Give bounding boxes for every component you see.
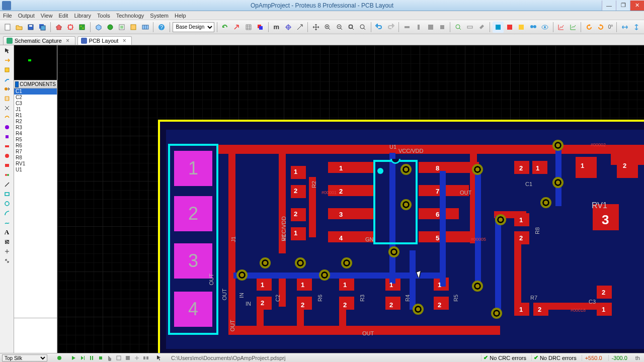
track-tool[interactable] <box>2 75 13 84</box>
snap-icon[interactable] <box>294 22 305 33</box>
new-icon[interactable] <box>2 22 13 33</box>
zone-tool[interactable] <box>2 94 13 103</box>
zoom-area-icon[interactable] <box>358 22 368 33</box>
menu-system[interactable]: System <box>150 13 169 19</box>
smd-pad-tool[interactable] <box>2 142 13 151</box>
component-item[interactable]: C1 <box>14 88 57 95</box>
package-tool[interactable] <box>2 65 13 74</box>
hammer-icon[interactable] <box>476 22 487 33</box>
pan-icon[interactable] <box>310 22 321 33</box>
component-item[interactable]: R5 <box>14 137 57 143</box>
grid-icon[interactable] <box>243 22 254 33</box>
maximize-button[interactable]: ❐ <box>616 1 630 11</box>
component-item[interactable]: R7 <box>14 149 57 155</box>
menu-technology[interactable]: Technology <box>116 13 144 19</box>
origin-icon[interactable] <box>283 22 293 33</box>
overview-map[interactable] <box>14 45 57 80</box>
align-icon-1[interactable] <box>401 22 412 33</box>
dimension-tool[interactable] <box>2 256 13 265</box>
component-item[interactable]: R1 <box>14 113 57 119</box>
rot-cw-icon[interactable] <box>595 22 606 33</box>
undo-icon[interactable] <box>374 22 384 33</box>
play-icon[interactable] <box>69 354 77 361</box>
pcb-icon[interactable] <box>77 22 88 33</box>
disc-tool[interactable] <box>2 151 13 160</box>
align-icon-4[interactable] <box>437 22 447 33</box>
schematic-icon[interactable] <box>65 22 75 33</box>
menu-view[interactable]: View <box>41 13 53 19</box>
ratsnest-tool[interactable] <box>2 104 13 113</box>
arrow-icon[interactable] <box>231 22 242 33</box>
drc-icon[interactable] <box>493 22 503 33</box>
loop-icon[interactable] <box>115 354 123 361</box>
component-item[interactable]: RV1 <box>14 161 57 167</box>
gerber-icon[interactable] <box>105 22 115 33</box>
component-item[interactable]: R8 <box>14 155 57 161</box>
align-icon-2[interactable] <box>414 22 424 33</box>
step-icon[interactable] <box>78 354 87 361</box>
circle2-tool[interactable] <box>2 199 13 208</box>
refresh-icon[interactable] <box>220 22 230 33</box>
flip-h-icon[interactable] <box>619 22 630 33</box>
minimize-button[interactable]: — <box>602 1 616 11</box>
metric-button[interactable]: m <box>271 22 282 33</box>
bom-icon[interactable] <box>116 22 127 33</box>
opt-red-icon[interactable] <box>505 22 515 33</box>
component-item[interactable]: R4 <box>14 131 57 137</box>
zoom-fit-icon[interactable] <box>346 22 356 33</box>
opt-yel-icon[interactable] <box>516 22 527 33</box>
symbol-tool[interactable]: S <box>2 237 13 246</box>
component-item[interactable]: J1 <box>14 107 57 113</box>
tab-pcb-layout[interactable]: PCB Layout× <box>77 36 132 45</box>
auto-tool[interactable] <box>2 113 13 122</box>
pcb-canvas[interactable]: 1234RV1U1VCC/VDDC1R7R8C2R1R2R3R4R5R6C3J1… <box>57 45 644 353</box>
component-item[interactable]: C3 <box>14 101 57 107</box>
component-tool[interactable] <box>2 56 13 65</box>
eye-icon[interactable] <box>539 22 550 33</box>
poly-tool[interactable] <box>2 170 13 179</box>
align-icon-3[interactable] <box>425 22 436 33</box>
zoom-out-icon[interactable] <box>334 22 345 33</box>
line-tool[interactable] <box>2 180 13 189</box>
square-pad-tool[interactable] <box>2 132 13 141</box>
menu-help[interactable]: Help <box>175 13 186 19</box>
marker-tool[interactable] <box>2 247 13 256</box>
open-icon[interactable] <box>14 22 24 33</box>
tab-schematic-capture[interactable]: Schematic Capture× <box>3 36 75 45</box>
home-icon[interactable] <box>53 22 64 33</box>
measure-icon[interactable] <box>465 22 475 33</box>
close-button[interactable]: ✕ <box>630 1 644 11</box>
menu-edit[interactable]: Edit <box>58 13 68 19</box>
circle-pad-tool[interactable] <box>2 123 13 132</box>
select-tool[interactable] <box>2 46 13 55</box>
component-item[interactable]: R6 <box>14 143 57 149</box>
text-tool[interactable]: A <box>2 228 13 237</box>
redo-icon[interactable] <box>385 22 396 33</box>
save-icon[interactable] <box>26 22 36 33</box>
panel-icon[interactable] <box>140 22 150 33</box>
arc-tool[interactable] <box>2 209 13 218</box>
3d-icon[interactable] <box>93 22 104 33</box>
library-icon[interactable] <box>128 22 139 33</box>
help-icon[interactable]: ? <box>156 22 167 33</box>
hand-icon[interactable] <box>106 354 114 361</box>
pause-icon[interactable] <box>88 354 96 361</box>
flip-v-icon[interactable] <box>631 22 642 33</box>
cursor-icon[interactable] <box>155 354 163 361</box>
find-icon[interactable] <box>528 22 538 33</box>
component-item[interactable]: R3 <box>14 125 57 131</box>
rect-tool[interactable] <box>2 161 13 170</box>
component-item[interactable]: U1 <box>14 167 57 173</box>
design-variant-select[interactable]: Base Design <box>173 22 214 32</box>
via-tool[interactable] <box>2 84 13 94</box>
component-item[interactable]: C2 <box>14 95 57 101</box>
menu-tools[interactable]: Tools <box>97 13 110 19</box>
zoom-in-icon[interactable] <box>323 22 333 33</box>
t2-icon[interactable] <box>133 354 141 361</box>
t3-icon[interactable] <box>142 354 150 361</box>
tab-close-icon[interactable]: × <box>65 38 71 44</box>
saveall-icon[interactable] <box>37 22 48 33</box>
stop-icon[interactable] <box>97 354 105 361</box>
chart2-icon[interactable] <box>568 22 578 33</box>
tab-close-icon[interactable]: × <box>121 38 127 44</box>
